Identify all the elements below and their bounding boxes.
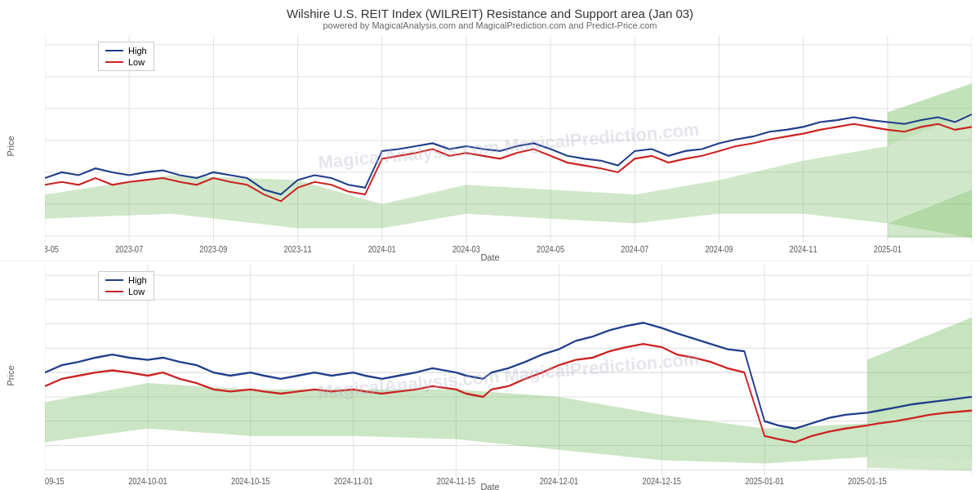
svg-text:2024-01: 2024-01 — [368, 244, 396, 254]
svg-text:2024-11-01: 2024-11-01 — [334, 475, 373, 486]
chart1-legend-high: High — [105, 46, 147, 56]
charts-area: Price High Low MagicalAnalysis.com Magic… — [0, 32, 980, 490]
chart2-band — [45, 383, 972, 463]
svg-text:2024-12-15: 2024-12-15 — [643, 475, 682, 486]
svg-text:2024-11: 2024-11 — [790, 244, 817, 254]
svg-text:2024-10-01: 2024-10-01 — [128, 475, 167, 486]
chart2-low-line-icon — [105, 291, 123, 292]
svg-text:2024-10-15: 2024-10-15 — [231, 475, 270, 486]
chart1-inner: High Low MagicalAnalysis.com MagicalPred… — [45, 35, 972, 257]
svg-text:2025-01-01: 2025-01-01 — [745, 475, 784, 486]
chart2-wrapper: Price High Low MagicalAnalysis.com Magic… — [0, 261, 980, 490]
main-container: Wilshire U.S. REIT Index (WILREIT) Resis… — [0, 0, 980, 490]
svg-text:2023-11: 2023-11 — [284, 244, 312, 254]
svg-text:2025-01: 2025-01 — [874, 244, 902, 254]
svg-text:2023-09: 2023-09 — [199, 244, 227, 254]
svg-text:2025-01-15: 2025-01-15 — [848, 475, 887, 486]
chart1-wrapper: Price High Low MagicalAnalysis.com Magic… — [0, 32, 980, 261]
svg-text:2024-05: 2024-05 — [537, 244, 564, 254]
chart2-legend-high: High — [105, 275, 147, 285]
chart1-legend-low: Low — [105, 57, 147, 67]
chart1-high-label: High — [128, 46, 147, 56]
chart2-high-line-icon — [105, 279, 123, 281]
svg-text:2023-05: 2023-05 — [45, 244, 59, 254]
svg-text:2023-07: 2023-07 — [115, 244, 143, 254]
chart1-low-line-icon — [105, 61, 123, 63]
chart2-low-label: Low — [128, 287, 145, 296]
svg-text:2024-09-15: 2024-09-15 — [45, 475, 65, 486]
chart2-inner: High Low MagicalAnalysis.com MagicalPred… — [45, 265, 972, 487]
chart1-svg: 375 350 325 300 275 250 225 2023-05 2023… — [45, 35, 972, 257]
svg-text:2024-09: 2024-09 — [705, 244, 733, 254]
svg-text:2024-03: 2024-03 — [452, 244, 480, 254]
chart1-high-line-icon — [105, 50, 123, 51]
chart1-legend: High Low — [98, 42, 154, 71]
chart2-legend-low: Low — [105, 287, 147, 296]
chart-title: Wilshire U.S. REIT Index (WILREIT) Resis… — [0, 7, 980, 20]
chart1-y-label: Price — [6, 136, 16, 156]
svg-text:2024-12-01: 2024-12-01 — [540, 475, 579, 486]
chart2-svg: 380 370 360 350 340 330 320 310 300 2024… — [45, 265, 972, 487]
chart2-legend: High Low — [98, 271, 154, 301]
chart2-high-label: High — [128, 275, 147, 285]
svg-text:2024-07: 2024-07 — [621, 244, 648, 254]
svg-text:2024-11-15: 2024-11-15 — [437, 475, 476, 486]
chart2-y-label: Price — [6, 365, 16, 385]
chart2-x-label: Date — [480, 482, 499, 490]
header: Wilshire U.S. REIT Index (WILREIT) Resis… — [0, 0, 980, 32]
chart1-low-label: Low — [128, 57, 145, 67]
chart-subtitle: powered by MagicalAnalysis.com and Magic… — [0, 20, 980, 30]
